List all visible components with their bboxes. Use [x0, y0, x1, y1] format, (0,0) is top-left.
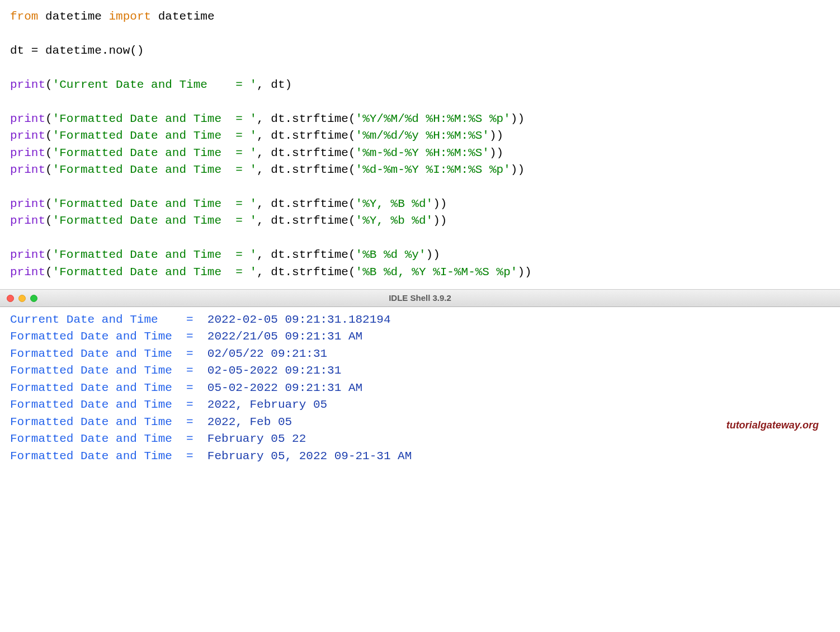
string-literal: 'Formatted Date and Time = ': [53, 147, 257, 159]
string-literal: 'Current Date and Time = ': [53, 78, 257, 91]
output-line-label: Formatted Date and Time =: [10, 416, 207, 428]
print-call: print: [10, 78, 45, 91]
output-line-label: Formatted Date and Time =: [10, 450, 207, 463]
format-string: '%Y/%M/%d %H:%M:%S %p': [356, 112, 511, 125]
call-prefix: , dt.strftime(: [257, 163, 355, 176]
format-string: '%m/%d/%y %H:%M:%S': [356, 129, 489, 142]
output-line-label: Formatted Date and Time =: [10, 330, 207, 343]
format-string: '%Y, %b %d': [356, 214, 433, 227]
output-line-value: 2022, February 05: [207, 398, 327, 411]
output-line-value: 2022-02-05 09:21:31.182194: [207, 313, 391, 326]
watermark: tutorialgateway.org: [726, 418, 819, 432]
window-controls: [7, 295, 37, 302]
output-line-value: 2022/21/05 09:21:31 AM: [207, 330, 362, 343]
import-target: datetime: [158, 10, 215, 23]
call-prefix: , dt.strftime(: [257, 197, 355, 210]
call-prefix: , dt.strftime(: [257, 266, 355, 279]
print-call: print: [10, 197, 45, 210]
print-call: print: [10, 147, 45, 159]
output-line-value: February 05, 2022 09-21-31 AM: [207, 450, 412, 463]
output-line-label: Current Date and Time =: [10, 313, 207, 326]
output-line-label: Formatted Date and Time =: [10, 398, 207, 411]
close-icon[interactable]: [7, 295, 14, 302]
output-line-value: 2022, Feb 05: [207, 416, 292, 428]
string-literal: 'Formatted Date and Time = ': [53, 197, 257, 210]
format-string: '%d-%m-%Y %I:%M:%S %p': [356, 163, 511, 176]
print-call: print: [10, 266, 45, 279]
maximize-icon[interactable]: [30, 295, 37, 302]
output-line-label: Formatted Date and Time =: [10, 432, 207, 445]
shell-title: IDLE Shell 3.9.2: [0, 292, 840, 304]
minimize-icon[interactable]: [18, 295, 26, 302]
call-prefix: , dt.strftime(: [257, 129, 355, 142]
output-line-label: Formatted Date and Time =: [10, 381, 207, 394]
args: , dt): [257, 78, 292, 91]
output-line-value: 05-02-2022 09:21:31 AM: [207, 381, 362, 394]
format-string: '%B %d, %Y %I-%M-%S %p': [356, 266, 518, 279]
keyword-import: import: [108, 10, 151, 23]
format-string: '%B %d %y': [356, 248, 426, 261]
call-prefix: , dt.strftime(: [257, 248, 355, 261]
call-prefix: , dt.strftime(: [257, 214, 355, 227]
keyword-from: from: [10, 10, 38, 23]
output-line-label: Formatted Date and Time =: [10, 364, 207, 377]
code-editor: from datetime import datetime dt = datet…: [0, 0, 840, 289]
format-string: '%m-%d-%Y %H:%M:%S': [356, 147, 489, 159]
print-call: print: [10, 214, 45, 227]
string-literal: 'Formatted Date and Time = ': [53, 163, 257, 176]
print-call: print: [10, 129, 45, 142]
string-literal: 'Formatted Date and Time = ': [53, 129, 257, 142]
print-call: print: [10, 163, 45, 176]
string-literal: 'Formatted Date and Time = ': [53, 214, 257, 227]
print-call: print: [10, 112, 45, 125]
output-line-value: 02/05/22 09:21:31: [207, 347, 327, 360]
string-literal: 'Formatted Date and Time = ': [53, 112, 257, 125]
output-line-value: February 05 22: [207, 432, 306, 445]
call-prefix: , dt.strftime(: [257, 147, 355, 159]
output-line-value: 02-05-2022 09:21:31: [207, 364, 341, 377]
shell-titlebar[interactable]: IDLE Shell 3.9.2: [0, 289, 840, 307]
print-call: print: [10, 248, 45, 261]
string-literal: 'Formatted Date and Time = ': [53, 266, 257, 279]
output-line-label: Formatted Date and Time =: [10, 347, 207, 360]
shell-output: Current Date and Time = 2022-02-05 09:21…: [0, 307, 840, 473]
module-name: datetime: [45, 10, 102, 23]
format-string: '%Y, %B %d': [356, 197, 433, 210]
string-literal: 'Formatted Date and Time = ': [53, 248, 257, 261]
call-prefix: , dt.strftime(: [257, 112, 355, 125]
assign-statement: dt = datetime.now(): [10, 44, 144, 57]
